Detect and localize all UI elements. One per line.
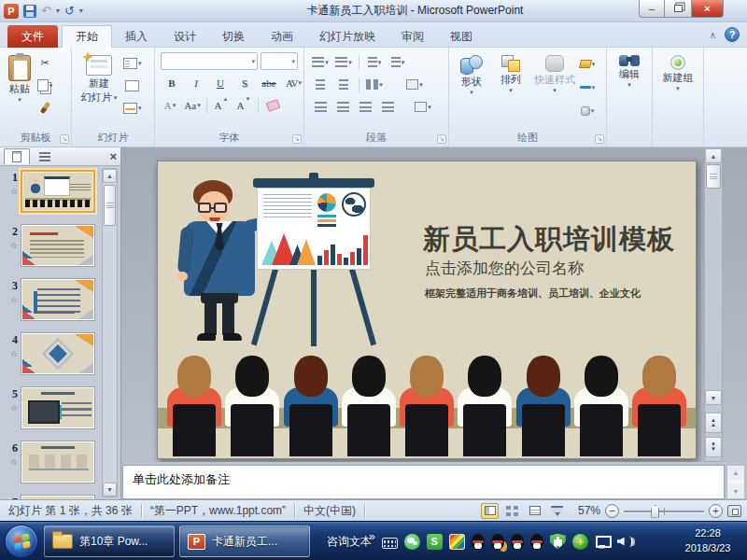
redo-icon[interactable]: ↺ (64, 5, 75, 17)
font-dialog-launcher[interactable]: ↘ (292, 134, 302, 144)
tray-icon[interactable] (617, 534, 633, 550)
line-spacing-button[interactable]: ▾ (366, 53, 383, 71)
paragraph-dialog-launcher[interactable]: ↘ (437, 134, 446, 144)
reset-slide-button[interactable] (123, 77, 142, 94)
change-case-button[interactable]: Aa▾ (184, 96, 201, 114)
normal-view-button[interactable] (481, 503, 499, 519)
reading-view-button[interactable] (526, 503, 543, 519)
collapse-ribbon-icon[interactable]: ∧ (710, 30, 716, 40)
quick-styles-button[interactable]: 快速样式 ▾ (530, 52, 579, 130)
panel-scrollbar-thumb[interactable] (104, 185, 116, 226)
next-slide-button[interactable]: ▼▼ (705, 437, 722, 457)
tray-icon[interactable] (550, 534, 566, 550)
start-button[interactable] (5, 525, 38, 558)
ribbon-tab[interactable]: 插入 (112, 25, 161, 48)
shape-outline-button[interactable]: ▾ (579, 78, 596, 96)
zoom-out-button[interactable]: − (605, 504, 619, 518)
convert-smartart-button[interactable]: ▾ (406, 76, 423, 93)
slide-thumbnail[interactable] (21, 224, 95, 267)
slide-thumbnail[interactable] (21, 386, 95, 429)
character-spacing-button[interactable]: AV▾ (285, 74, 302, 91)
tab-slides-thumbnails[interactable] (4, 148, 30, 164)
panel-scroll-up-icon[interactable]: ▲ (103, 169, 117, 183)
slide-thumbnail[interactable] (21, 170, 95, 213)
tab-outline[interactable] (32, 148, 58, 164)
decrease-indent-button[interactable] (312, 76, 329, 93)
bold-button[interactable]: B (163, 74, 180, 91)
justify-button[interactable] (379, 98, 396, 116)
new-slide-button[interactable]: 新建 幻灯片▾ (75, 52, 123, 130)
clipboard-dialog-launcher[interactable]: ↘ (60, 134, 69, 144)
underline-button[interactable]: U (212, 74, 229, 91)
zoom-in-button[interactable]: + (709, 504, 723, 518)
taskbar-clock[interactable]: 22:28 2018/3/23 (674, 525, 741, 555)
editing-button[interactable]: 编辑 ▾ (611, 52, 648, 130)
bullets-button[interactable]: ▾ (312, 53, 329, 71)
tray-icon[interactable] (572, 534, 588, 550)
copy-button[interactable]: ▾ (36, 77, 53, 94)
ribbon-tab[interactable]: 切换 (209, 25, 258, 48)
strikethrough-button[interactable]: abe (261, 74, 277, 91)
align-left-button[interactable] (312, 98, 329, 116)
notes-pane[interactable]: 单击此处添加备注 (122, 465, 725, 499)
zoom-slider-thumb[interactable] (651, 505, 659, 518)
tray-icon[interactable] (595, 535, 611, 551)
ribbon-tab[interactable]: 幻灯片放映 (306, 25, 388, 48)
font-color-button[interactable]: A▾ (162, 96, 178, 114)
notes-scroll-up-icon[interactable]: ▲ (727, 466, 744, 480)
undo-icon[interactable]: ↶ (41, 5, 51, 17)
font-name-combobox[interactable]: ▾ (161, 52, 258, 70)
save-icon[interactable] (23, 5, 36, 18)
tab-file[interactable]: 文件 (7, 25, 58, 48)
clear-formatting-button[interactable] (264, 96, 281, 114)
close-panel-icon[interactable]: × (109, 150, 117, 162)
tray-icon[interactable] (472, 534, 485, 550)
shrink-font-button[interactable]: A▼ (235, 96, 252, 114)
powerpoint-app-icon[interactable]: P (4, 4, 19, 19)
undo-caret-icon[interactable]: ▾ (56, 8, 60, 14)
close-button[interactable]: × (691, 0, 724, 18)
zoom-slider[interactable] (624, 504, 704, 518)
tray-icon[interactable] (449, 534, 465, 550)
minimize-button[interactable]: – (639, 0, 665, 18)
slide-canvas[interactable]: 新员工入职培训模板 点击添加您的公司名称 框架完整适用于商务培训、员工培训、企业… (157, 161, 697, 459)
notes-scroll-down-icon[interactable]: ▼ (727, 484, 744, 498)
slideshow-button[interactable] (548, 503, 566, 519)
panel-scrollbar[interactable]: ▲ ▼ (102, 168, 118, 497)
scroll-up-icon[interactable]: ▲ (705, 148, 722, 163)
slide-thumbnail[interactable] (21, 278, 95, 321)
tray-icon[interactable] (511, 534, 524, 550)
slide-title[interactable]: 新员工入职培训模板 (423, 221, 675, 259)
tray-icon[interactable] (427, 534, 443, 550)
text-direction-button[interactable]: ▾ (389, 53, 406, 71)
ribbon-tab[interactable]: 审阅 (388, 25, 437, 48)
help-button[interactable]: ? (725, 27, 740, 42)
ribbon-tab[interactable]: 视图 (437, 25, 486, 48)
shapes-button[interactable]: 形状 ▾ (452, 52, 491, 130)
slide-sorter-button[interactable] (503, 503, 521, 519)
align-right-button[interactable] (357, 98, 374, 116)
slide-thumbnail[interactable] (21, 441, 95, 483)
shape-fill-button[interactable]: ▾ (579, 55, 596, 73)
notes-scrollbar[interactable]: ▲ ▼ (726, 465, 745, 499)
increase-indent-button[interactable] (335, 76, 352, 93)
numbering-button[interactable]: ▾ (335, 53, 352, 71)
taskbar-button[interactable]: 卡通新员工... (179, 525, 310, 557)
align-center-button[interactable] (334, 98, 351, 116)
cut-button[interactable]: ✂ (36, 54, 53, 72)
slide-tagline[interactable]: 框架完整适用于商务培训、员工培训、企业文化 (425, 287, 641, 301)
ribbon-tab[interactable]: 设计 (161, 25, 209, 48)
zoom-percentage[interactable]: 57% (571, 504, 600, 517)
editor-scrollbar[interactable]: ▲ ▼ ▲▲ ▼▼ (704, 147, 723, 462)
format-painter-button[interactable] (36, 99, 53, 117)
notes-placeholder[interactable]: 单击此处添加备注 (123, 466, 724, 494)
slide-subtitle[interactable]: 点击添加您的公司名称 (425, 258, 584, 279)
tray-overflow-icon[interactable]: » (369, 530, 375, 543)
italic-button[interactable]: I (188, 74, 204, 91)
align-text-button[interactable]: ▾ (415, 98, 431, 116)
slide-layout-button[interactable]: ▾ (123, 54, 142, 72)
drawing-dialog-launcher[interactable]: ↘ (595, 134, 604, 144)
arrange-button[interactable]: 排列 ▾ (491, 52, 530, 130)
scroll-down-icon[interactable]: ▼ (705, 390, 722, 405)
paste-button[interactable]: 粘贴 ▾ (3, 52, 36, 130)
